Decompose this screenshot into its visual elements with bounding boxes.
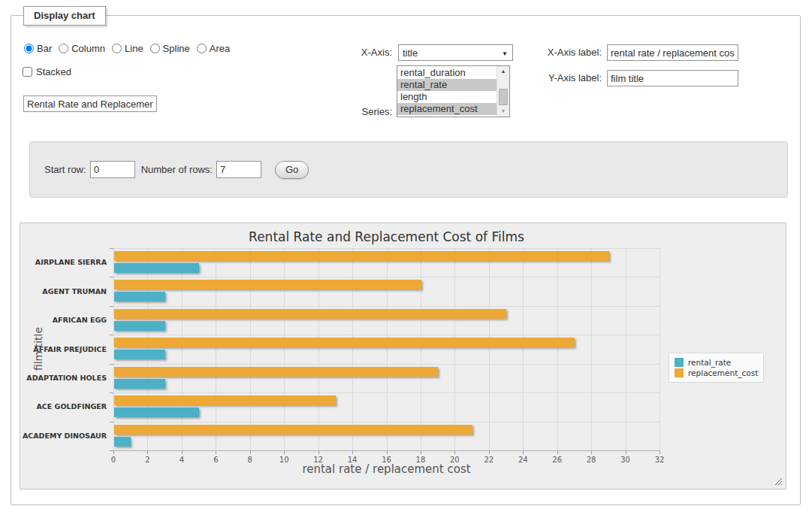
y-axis-title: film title	[32, 327, 44, 371]
bar-replacement_cost	[114, 367, 438, 377]
chart-type-label: Area	[210, 43, 230, 54]
x-axis-title: rental rate / replacement cost	[113, 462, 660, 476]
series-scrollbar[interactable]: ▲ ▼	[497, 66, 509, 117]
gridline-vertical	[352, 248, 353, 450]
category-label: ADAPTATION HOLES	[20, 374, 107, 382]
num-rows-input[interactable]	[216, 161, 261, 178]
gridline-vertical	[626, 248, 626, 450]
category-label: AFRICAN EGG	[20, 316, 107, 324]
legend-item-replacement_cost[interactable]: replacement_cost	[675, 368, 758, 377]
gridline-vertical	[387, 248, 388, 450]
chart-title: Rental Rate and Replacement Cost of Film…	[113, 229, 660, 244]
bar-rental_rate	[114, 379, 165, 389]
chart-type-option-spline[interactable]: Spline	[150, 43, 190, 54]
chart-type-option-column[interactable]: Column	[59, 43, 105, 54]
gridline-vertical	[557, 248, 558, 450]
y-axis-tick	[110, 306, 113, 307]
x-axis-selected-value: title	[403, 47, 418, 59]
bar-replacement_cost	[114, 309, 506, 319]
scroll-down-icon[interactable]: ▼	[497, 106, 509, 117]
bar-rental_rate	[114, 437, 131, 447]
gridline-horizontal	[113, 392, 660, 393]
page: { "window": { "title": "Display chart" }…	[0, 0, 812, 512]
series-option-rental_duration[interactable]: rental_duration	[397, 67, 497, 79]
bar-rental_rate	[114, 350, 165, 359]
y-axis-label-input[interactable]	[607, 70, 738, 86]
gridline-horizontal	[113, 335, 660, 335]
bar-rental_rate	[114, 263, 199, 273]
gridline-horizontal	[113, 364, 660, 365]
x-axis-label-input[interactable]	[607, 44, 738, 61]
category-label: ACE GOLDFINGER	[20, 402, 107, 411]
gridline-vertical	[216, 248, 216, 450]
legend-swatch-rental_rate	[675, 358, 684, 367]
chart-title-input[interactable]	[23, 95, 157, 112]
chart-type-label: Line	[125, 43, 143, 54]
chart-type-label: Bar	[37, 43, 52, 54]
series-listbox[interactable]: rental_durationrental_ratelengthreplacem…	[397, 65, 510, 117]
chart-type-radio-spline[interactable]	[150, 44, 160, 53]
gridline-horizontal	[113, 306, 660, 307]
gridline-vertical	[182, 248, 183, 450]
x-axis-select-label: X-Axis:	[361, 47, 392, 58]
bar-replacement_cost	[114, 338, 575, 347]
num-rows-label: Number of rows:	[141, 164, 213, 175]
chart-type-radio-column[interactable]	[59, 44, 68, 53]
series-options: rental_durationrental_ratelengthreplacem…	[397, 66, 497, 117]
gridline-vertical	[318, 248, 319, 450]
bar-rental_rate	[114, 292, 165, 301]
chart-type-radio-bar[interactable]	[24, 44, 34, 53]
chart-type-option-bar[interactable]: Bar	[24, 43, 52, 54]
y-axis-tick	[110, 248, 113, 249]
gridline-vertical	[523, 248, 524, 450]
bar-replacement_cost	[114, 280, 421, 289]
chart-type-radio-line[interactable]	[112, 44, 122, 53]
chart-type-option-area[interactable]: Area	[197, 43, 230, 54]
rows-form: Start row: Number of rows: Go	[29, 141, 788, 198]
legend-label: rental_rate	[688, 358, 731, 367]
gridline-vertical	[591, 248, 592, 450]
legend-label: replacement_cost	[688, 368, 758, 377]
stacked-checkbox[interactable]	[23, 67, 32, 77]
chart-legend: rental_ratereplacement_cost	[669, 353, 764, 383]
bar-replacement_cost	[114, 395, 336, 405]
y-axis-tick	[110, 277, 113, 277]
chart-type-label: Spline	[163, 43, 190, 54]
bar-rental_rate	[114, 407, 199, 417]
chart-type-option-line[interactable]: Line	[112, 43, 143, 54]
y-axis-tick	[110, 364, 113, 365]
series-option-replacement_cost[interactable]: replacement_cost	[397, 103, 497, 115]
x-axis-line	[113, 450, 660, 451]
gridline-horizontal	[113, 277, 660, 277]
gridline-vertical	[284, 248, 285, 450]
y-axis-tick	[110, 335, 113, 335]
scrollbar-thumb[interactable]	[499, 89, 508, 105]
series-option-length[interactable]: length	[397, 91, 497, 103]
series-option-rental_rate[interactable]: rental_rate	[397, 79, 497, 91]
legend-item-rental_rate[interactable]: rental_rate	[675, 358, 758, 367]
chart-container: Rental Rate and Replacement Cost of Film…	[20, 223, 786, 489]
gridline-horizontal	[113, 248, 660, 249]
chevron-down-icon: ▼	[502, 50, 508, 57]
gridline-vertical	[421, 248, 421, 450]
series-select-label: Series:	[362, 106, 392, 117]
gridline-vertical	[250, 248, 251, 450]
start-row-input[interactable]	[90, 161, 135, 178]
x-axis-select[interactable]: title ▼	[398, 44, 513, 61]
y-axis-tick	[110, 422, 113, 423]
start-row-label: Start row:	[44, 164, 86, 175]
stacked-checkbox-row[interactable]: Stacked	[23, 66, 71, 77]
scroll-up-icon[interactable]: ▲	[497, 66, 509, 77]
resize-grip-icon[interactable]	[774, 477, 782, 485]
category-label: ACADEMY DINOSAUR	[20, 432, 107, 440]
category-label: AIRPLANE SIERRA	[20, 258, 107, 266]
chart-type-radio-area[interactable]	[197, 44, 207, 53]
chart-type-radios: BarColumnLineSplineArea	[24, 43, 230, 54]
panel-title: Display chart	[23, 6, 106, 26]
gridline-vertical	[454, 248, 455, 450]
go-button[interactable]: Go	[275, 161, 309, 179]
display-chart-panel: Display chart BarColumnLineSplineArea St…	[11, 15, 801, 505]
bar-replacement_cost	[114, 425, 472, 435]
stacked-label: Stacked	[36, 66, 71, 77]
gridline-vertical	[660, 248, 660, 450]
